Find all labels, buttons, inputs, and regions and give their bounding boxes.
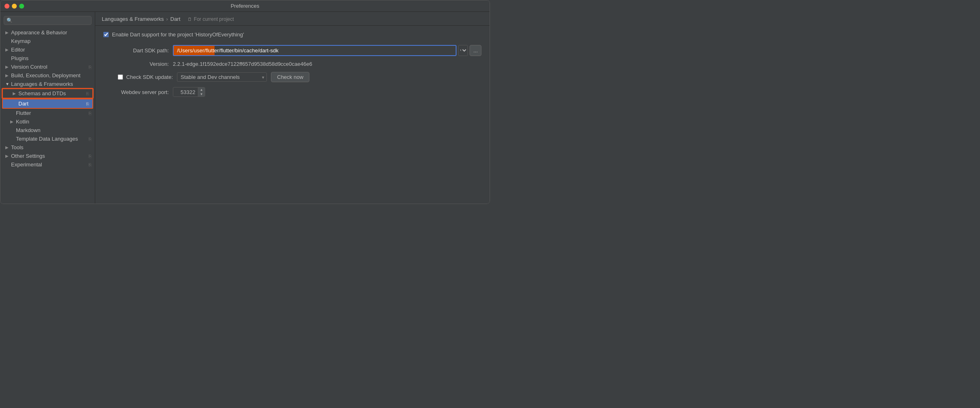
copy-icon: ⎘ xyxy=(89,154,92,159)
sdk-path-input[interactable] xyxy=(173,45,456,56)
sidebar-item-kotlin[interactable]: ▶ Kotlin xyxy=(0,117,95,126)
maximize-button[interactable] xyxy=(19,4,24,9)
port-wrapper: ▲ ▼ xyxy=(173,87,205,97)
copy-icon: ⎘ xyxy=(89,65,92,69)
sidebar-item-label: Tools xyxy=(11,144,23,150)
expand-arrow-icon: ▶ xyxy=(5,47,9,52)
sidebar-item-dart[interactable]: Dart ⎘ xyxy=(2,99,93,109)
sidebar-item-label: Keymap xyxy=(11,38,31,44)
search-icon: 🔍 xyxy=(7,18,13,23)
webdev-port-row: Webdev server port: ▲ ▼ xyxy=(103,87,481,97)
sdk-channel-select[interactable]: Stable and Dev channels Stable channel D… xyxy=(177,72,267,82)
sidebar-item-label: Schemas and DTDs xyxy=(18,90,66,96)
breadcrumb-part2: Dart xyxy=(170,16,181,22)
sidebar-item-languages-frameworks[interactable]: ▼ Languages & Frameworks xyxy=(0,80,95,88)
sidebar: 🔍 ▶ Appearance & Behavior Keymap ▶ Edito… xyxy=(0,12,95,204)
sdk-path-browse-button[interactable]: ... xyxy=(470,45,481,56)
copy-icon: ⎘ xyxy=(89,162,92,167)
minimize-button[interactable] xyxy=(12,4,17,9)
copy-icon: ⎘ xyxy=(89,111,92,116)
breadcrumb-separator: › xyxy=(166,16,168,22)
sidebar-item-version-control[interactable]: ▶ Version Control ⎘ xyxy=(0,63,95,71)
port-decrement-button[interactable]: ▼ xyxy=(198,92,205,96)
window-controls xyxy=(4,4,24,9)
sdk-path-dropdown[interactable]: ▾ xyxy=(458,45,468,56)
sidebar-item-label: Dart xyxy=(18,101,29,107)
sidebar-item-label: Kotlin xyxy=(16,119,29,125)
window-title: Preferences xyxy=(230,3,259,9)
check-sdk-checkbox[interactable] xyxy=(118,74,123,80)
expand-arrow-icon: ▶ xyxy=(10,119,14,124)
expand-arrow-icon: ▶ xyxy=(5,73,9,78)
sidebar-item-appearance-behavior[interactable]: ▶ Appearance & Behavior xyxy=(0,28,95,37)
sidebar-item-label: Experimental xyxy=(11,161,42,168)
sdk-path-row: Dart SDK path: ▾ ... xyxy=(103,45,481,56)
expand-arrow-icon: ▼ xyxy=(5,82,9,86)
check-sdk-row: Check SDK update: Stable and Dev channel… xyxy=(103,72,481,82)
sidebar-item-tools[interactable]: ▶ Tools xyxy=(0,143,95,152)
sidebar-item-editor[interactable]: ▶ Editor xyxy=(0,45,95,54)
search-input[interactable] xyxy=(14,18,89,23)
content-area: 🔍 ▶ Appearance & Behavior Keymap ▶ Edito… xyxy=(0,12,490,204)
version-row: Version: 2.2.1-edge.1f1592edce7122ff657d… xyxy=(103,61,481,67)
sidebar-item-label: Flutter xyxy=(16,110,31,116)
sidebar-item-schemas-dtds[interactable]: ▶ Schemas and DTDs ⎘ xyxy=(2,88,93,99)
project-label: For current project xyxy=(194,16,234,22)
port-increment-button[interactable]: ▲ xyxy=(198,87,205,92)
enable-row: Enable Dart support for the project 'His… xyxy=(103,31,481,38)
breadcrumb-bar: Languages & Frameworks › Dart 🗒 For curr… xyxy=(95,12,490,26)
sidebar-item-label: Other Settings xyxy=(11,153,45,159)
webdev-port-input[interactable] xyxy=(173,88,198,96)
sidebar-item-keymap[interactable]: Keymap xyxy=(0,37,95,45)
sdk-path-container: ▾ ... xyxy=(173,45,481,56)
sdk-path-label: Dart SDK path: xyxy=(103,47,169,54)
search-box[interactable]: 🔍 xyxy=(4,16,92,25)
sidebar-item-label: Markdown xyxy=(16,127,40,133)
sdk-update-label-group: Check SDK update: xyxy=(103,74,173,80)
sidebar-item-experimental[interactable]: Experimental ⎘ xyxy=(0,160,95,169)
sidebar-item-markdown[interactable]: Markdown xyxy=(0,126,95,135)
sidebar-item-label: Appearance & Behavior xyxy=(11,29,67,36)
expand-arrow-icon: ▶ xyxy=(5,154,9,158)
form-area: Enable Dart support for the project 'His… xyxy=(95,26,490,108)
sidebar-item-template-data-languages[interactable]: Template Data Languages ⎘ xyxy=(0,135,95,143)
expand-arrow-icon: ▶ xyxy=(5,30,9,35)
webdev-port-label: Webdev server port: xyxy=(103,89,169,95)
check-now-button[interactable]: Check now xyxy=(271,72,309,82)
copy-icon: ⎘ xyxy=(86,91,89,96)
expand-arrow-icon: ▶ xyxy=(13,91,17,96)
sidebar-item-label: Template Data Languages xyxy=(16,136,78,142)
sidebar-item-label: Plugins xyxy=(11,55,29,61)
version-label: Version: xyxy=(103,61,169,67)
enable-label: Enable Dart support for the project 'His… xyxy=(112,31,244,38)
copy-icon: ⎘ xyxy=(89,137,92,141)
sidebar-item-label: Build, Execution, Deployment xyxy=(11,72,81,78)
sidebar-item-label: Editor xyxy=(11,47,25,53)
enable-dart-checkbox[interactable] xyxy=(103,32,109,37)
preferences-window: Preferences 🔍 ▶ Appearance & Behavior Ke… xyxy=(0,0,490,204)
sdk-channel-wrapper: Stable and Dev channels Stable channel D… xyxy=(177,72,267,82)
expand-arrow-icon: ▶ xyxy=(5,145,9,150)
project-icon: 🗒 xyxy=(188,17,192,22)
sidebar-item-flutter[interactable]: Flutter ⎘ xyxy=(0,109,95,117)
version-value: 2.2.1-edge.1f1592edce7122ff657d9538d58d9… xyxy=(173,61,312,67)
titlebar: Preferences xyxy=(0,0,490,12)
sidebar-item-label: Languages & Frameworks xyxy=(11,81,73,87)
expand-arrow-icon: ▶ xyxy=(5,65,9,69)
main-panel: Languages & Frameworks › Dart 🗒 For curr… xyxy=(95,12,490,204)
sidebar-item-other-settings[interactable]: ▶ Other Settings ⎘ xyxy=(0,152,95,160)
port-arrows: ▲ ▼ xyxy=(198,87,205,96)
sidebar-item-plugins[interactable]: Plugins xyxy=(0,54,95,63)
breadcrumb-part1: Languages & Frameworks xyxy=(102,16,164,22)
copy-icon: ⎘ xyxy=(86,101,89,106)
sidebar-item-label: Version Control xyxy=(11,64,47,70)
close-button[interactable] xyxy=(4,4,9,9)
sidebar-item-build-execution[interactable]: ▶ Build, Execution, Deployment xyxy=(0,71,95,80)
breadcrumb-project: 🗒 For current project xyxy=(188,16,234,22)
check-sdk-label: Check SDK update: xyxy=(126,74,173,80)
